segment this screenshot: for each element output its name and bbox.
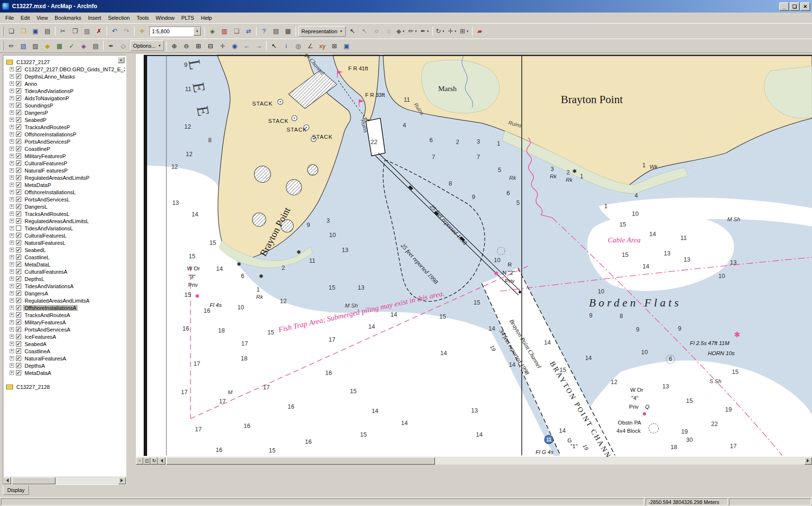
- toc-horizontal-scrollbar[interactable]: [3, 477, 126, 484]
- expand-icon[interactable]: +: [10, 154, 14, 158]
- menu-view[interactable]: View: [33, 13, 52, 22]
- expand-icon[interactable]: +: [10, 342, 14, 346]
- expand-icon[interactable]: +: [10, 313, 14, 317]
- layer-item-MetaDataL[interactable]: +✓MetaDataL: [5, 261, 125, 268]
- toc-scroll-track[interactable]: [11, 477, 118, 484]
- nautical-chart[interactable]: ✱✱✱✱✱ 9111212812131415151516146211210119…: [136, 54, 812, 457]
- toc-close-icon[interactable]: ×: [118, 57, 124, 63]
- layer-visibility-checkbox[interactable]: ✓: [16, 363, 21, 368]
- menu-plts[interactable]: PLTS: [178, 13, 198, 22]
- edit-tool-button[interactable]: ▧: [18, 40, 29, 51]
- layer-visibility-checkbox[interactable]: ✓: [16, 168, 21, 173]
- layer-visibility-checkbox[interactable]: ✓: [16, 218, 21, 224]
- expand-icon[interactable]: +: [10, 219, 14, 223]
- style-manager-button[interactable]: ▥: [219, 26, 230, 37]
- maximize-button[interactable]: ❏: [790, 2, 799, 11]
- menu-help[interactable]: Help: [198, 13, 216, 22]
- representation-dropdown[interactable]: Representation▼: [298, 26, 346, 37]
- expand-icon[interactable]: +: [10, 349, 14, 353]
- layer-visibility-checkbox[interactable]: ✓: [16, 312, 21, 318]
- layer-visibility-checkbox[interactable]: ✓: [16, 262, 21, 267]
- layer-item-RegulatedAreasAndLimitsA[interactable]: +✓RegulatedAreasAndLimitsA: [5, 297, 125, 304]
- map-scroll-left-arrow[interactable]: [158, 457, 165, 465]
- layer-item-DangersL[interactable]: +✓DangersL: [5, 203, 125, 210]
- expand-icon[interactable]: +: [10, 212, 14, 216]
- layer-item-C13227_2127.DBO.GRD_Grids_INT2_E_2127[interactable]: +✓C13227_2127.DBO.GRD_Grids_INT2_E_2127: [5, 66, 125, 73]
- layer-visibility-checkbox[interactable]: ✓: [16, 327, 21, 332]
- layer-item-DepthsA[interactable]: +✓DepthsA: [5, 362, 125, 369]
- layer-visibility-checkbox[interactable]: ✓: [16, 298, 21, 303]
- grid-tool-dropdown[interactable]: ⊞▼: [459, 26, 470, 37]
- template-button[interactable]: ▤: [90, 40, 101, 51]
- expand-icon[interactable]: +: [10, 168, 14, 173]
- layer-visibility-checkbox[interactable]: ✓: [16, 233, 21, 238]
- expand-icon[interactable]: +: [10, 291, 14, 295]
- layer-item-PortsAndServicesA[interactable]: +✓PortsAndServicesA: [5, 326, 125, 333]
- layer-visibility-checkbox[interactable]: ✓: [16, 341, 21, 346]
- data-frame-C13227_2127[interactable]: C13227_2127: [5, 58, 125, 66]
- delete-button[interactable]: ✗: [94, 26, 105, 37]
- expand-icon[interactable]: +: [10, 334, 14, 339]
- expand-icon[interactable]: +: [10, 197, 14, 201]
- layer-item-DepthsL[interactable]: +✓DepthsL: [5, 275, 125, 282]
- select-lasso-tool[interactable]: ○: [371, 26, 382, 37]
- expand-icon[interactable]: +: [10, 284, 14, 288]
- layer-visibility-checkbox[interactable]: ✓: [16, 197, 21, 202]
- layer-visibility-checkbox[interactable]: ✓: [16, 124, 21, 130]
- layer-visibility-checkbox[interactable]: ✓: [16, 117, 21, 122]
- symbol-button[interactable]: ◇: [118, 40, 129, 51]
- scale-combo[interactable]: 1:5,800▼: [149, 27, 202, 36]
- table-button[interactable]: ▦: [283, 26, 294, 37]
- fixed-zoom-in-button[interactable]: ⊞: [193, 40, 204, 51]
- map-horizontal-scrollbar[interactable]: ▫ ◫ ↻: [136, 457, 812, 465]
- layer-item-SeabedA[interactable]: +✓SeabedA: [5, 340, 125, 347]
- map-view[interactable]: ✱✱✱✱✱ 9111212812131415151516146211210119…: [136, 54, 812, 465]
- pan-tool[interactable]: ✛: [217, 40, 228, 51]
- layer-visibility-checkbox[interactable]: ✓: [16, 305, 21, 310]
- copy-button[interactable]: ❐: [69, 26, 81, 37]
- topology-button[interactable]: ◈: [78, 40, 89, 51]
- layer-item-MetaDataP[interactable]: +✓MetaDataP: [5, 181, 125, 188]
- layer-item-TracksAndRoutesP[interactable]: +✓TracksAndRoutesP: [5, 123, 125, 131]
- toolbar-grip[interactable]: [2, 27, 3, 36]
- measure-tool[interactable]: ∠: [305, 40, 316, 51]
- layer-item-NaturalFeaturesA[interactable]: +✓NaturalFeaturesA: [5, 355, 125, 362]
- pencil-tool-dropdown[interactable]: ✏▼: [407, 26, 419, 37]
- layer-visibility-checkbox[interactable]: ✓: [16, 88, 21, 93]
- data-frame-C13227_2128[interactable]: C13227_2128: [5, 383, 125, 390]
- layer-item-MilitaryFeaturesA[interactable]: +✓MilitaryFeaturesA: [5, 319, 125, 326]
- layer-item-TidesAndVariationsA[interactable]: +✓TidesAndVariationsA: [5, 282, 125, 290]
- expand-icon[interactable]: +: [10, 371, 14, 375]
- layer-visibility-checkbox[interactable]: ✓: [16, 247, 21, 253]
- layer-visibility-checkbox[interactable]: ✓: [16, 211, 21, 216]
- layer-visibility-checkbox[interactable]: ✓: [16, 175, 21, 180]
- full-extent-button[interactable]: ◉: [229, 40, 240, 51]
- expand-icon[interactable]: +: [10, 125, 14, 129]
- goto-xy-button[interactable]: xy: [317, 40, 328, 51]
- layer-item-PortsAndServicesL[interactable]: +✓PortsAndServicesL: [5, 196, 125, 203]
- select-circle-tool[interactable]: ◌: [383, 26, 394, 37]
- print-button[interactable]: ▤: [42, 26, 53, 37]
- zoom-to-selection-button[interactable]: ⊠: [329, 40, 340, 51]
- layer-item-CoastlineP[interactable]: +✓CoastlineP: [5, 145, 125, 152]
- menu-edit[interactable]: Edit: [17, 13, 33, 22]
- layer-item-Anno[interactable]: +✓Anno: [5, 80, 125, 87]
- expand-icon[interactable]: +: [10, 183, 14, 187]
- expand-icon[interactable]: +: [10, 175, 14, 180]
- layer-visibility-checkbox[interactable]: ✓: [16, 334, 21, 339]
- layer-visibility-checkbox[interactable]: ✓: [16, 146, 21, 151]
- marker-tool[interactable]: ▰: [474, 26, 486, 37]
- back-extent-button[interactable]: ←: [241, 40, 252, 51]
- expand-icon[interactable]: +: [10, 262, 14, 266]
- expand-icon[interactable]: +: [10, 320, 14, 324]
- symbol-picker-dropdown[interactable]: ◆▼: [395, 26, 406, 37]
- layer-item-OffshoreInstallationsL[interactable]: +✓OffshoreInstallationsL: [5, 188, 125, 196]
- layer-visibility-checkbox[interactable]: ✓: [16, 356, 21, 361]
- layer-item-CulturalFeaturesP[interactable]: +✓CulturalFeaturesP: [5, 160, 125, 167]
- display-tab[interactable]: Display: [3, 486, 29, 495]
- expand-icon[interactable]: +: [10, 248, 14, 252]
- layer-visibility-checkbox[interactable]: ✓: [16, 160, 21, 166]
- layer-visibility-checkbox[interactable]: ✓: [16, 204, 21, 209]
- map-scroll-thumb[interactable]: [166, 457, 435, 465]
- expand-icon[interactable]: +: [10, 298, 14, 303]
